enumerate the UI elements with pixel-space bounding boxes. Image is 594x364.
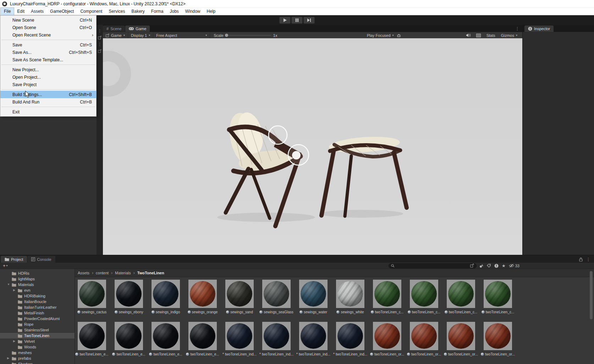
file-menu-item[interactable]: Save As... Ctrl+Shift+S › (0, 49, 96, 56)
tree-item[interactable]: Woods (0, 344, 75, 350)
menu-bar-item[interactable]: Assets (28, 8, 47, 15)
menu-bar-item[interactable]: Jobs (167, 8, 182, 15)
kebab-menu-icon[interactable]: ⋮ (98, 29, 102, 33)
breadcrumb-item[interactable]: Materials (115, 270, 137, 275)
grid-scrollbar-thumb[interactable] (590, 271, 593, 319)
stats-button[interactable]: Stats (484, 32, 498, 39)
step-button[interactable] (303, 17, 315, 24)
tree-item[interactable]: lightMaps (0, 276, 75, 282)
asset-tile[interactable]: * twoToneLinen_c... (373, 280, 401, 314)
asset-tile[interactable]: * twoToneLinen_e... (152, 322, 180, 356)
asset-tile[interactable]: * sewings_orange (188, 280, 217, 314)
tree-item[interactable]: HDRis (0, 270, 75, 276)
kebab-menu-icon[interactable]: ⋮ (512, 26, 522, 32)
log-importance-icon[interactable] (494, 264, 499, 268)
menu-bar-item[interactable]: Component (77, 8, 105, 15)
expand-triangle-icon[interactable] (7, 282, 12, 287)
asset-tile[interactable]: * twoToneLinen_ind... (225, 322, 254, 356)
asset-tile[interactable]: * sewings_seaGlass (262, 280, 291, 314)
game-target-dropdown[interactable]: Game ▾ (103, 32, 128, 39)
grid-scrollbar[interactable] (590, 270, 593, 363)
tree-item[interactable]: PowderCoatedAlumi (0, 316, 75, 321)
search-input[interactable] (396, 264, 469, 268)
breadcrumb-item[interactable]: content (96, 270, 115, 275)
frame-debugger-bug-icon[interactable] (397, 33, 401, 38)
lock-icon[interactable] (579, 257, 583, 262)
asset-tile[interactable]: * twoToneLinen_ind... (299, 322, 328, 356)
asset-tile[interactable]: * sewings_cactus (78, 280, 106, 314)
asset-tile[interactable]: * twoToneLinen_or... (410, 322, 438, 356)
create-asset-button[interactable]: +▾ (3, 263, 8, 268)
menu-bar-item[interactable]: Services (105, 8, 128, 15)
file-menu-item[interactable]: New Project... › (0, 66, 96, 73)
tree-item[interactable]: StainlessSteel (0, 327, 75, 333)
breadcrumb-item[interactable]: TwoToneLinen (137, 271, 164, 275)
file-menu-item[interactable]: Save Ctrl+S › (0, 41, 96, 49)
tab-console[interactable]: Console (27, 256, 55, 263)
expand-triangle-icon[interactable] (13, 287, 18, 293)
tree-item[interactable]: Materials (0, 282, 75, 287)
breadcrumb-item[interactable]: Assets (78, 270, 96, 275)
hidden-items-counter[interactable]: 33 (509, 264, 519, 268)
search-in-scene-icon[interactable] (470, 264, 474, 268)
asset-tile[interactable]: * twoToneLinen_or... (484, 322, 512, 356)
mute-audio-button[interactable] (463, 32, 473, 39)
menu-bar-item[interactable]: Bakery (128, 8, 148, 15)
gizmos-dropdown[interactable]: Gizmos ▾ (498, 32, 520, 39)
file-menu-item[interactable]: Exit › (0, 108, 96, 116)
file-menu-item[interactable]: Save As Scene Template... › (0, 56, 96, 63)
play-focused-dropdown[interactable]: Play Focused ▾ (364, 32, 397, 39)
file-menu-item[interactable]: Open Project... › (0, 73, 96, 81)
tree-item[interactable]: evn (0, 287, 75, 293)
file-menu-item[interactable]: › (0, 88, 96, 91)
tree-item[interactable]: TwoToneLinen (0, 333, 75, 338)
asset-tile[interactable]: * twoToneLinen_e... (188, 322, 217, 356)
tree-item[interactable]: Velvet (0, 338, 75, 344)
menu-bar-item[interactable]: GameObject (47, 8, 77, 15)
asset-tile[interactable]: * sewings_sand (225, 280, 254, 314)
asset-tile[interactable]: * sewings_white (336, 280, 364, 314)
tree-item[interactable]: HDRiBaking (0, 293, 75, 299)
kebab-menu-icon[interactable]: ⋮ (586, 256, 590, 263)
tab-project[interactable]: Project (1, 256, 27, 263)
file-menu-item[interactable]: Open Scene Ctrl+O › (0, 24, 96, 31)
play-button[interactable] (279, 17, 291, 24)
menu-bar-item[interactable]: Window (182, 8, 204, 15)
asset-tile[interactable]: * twoToneLinen_ind... (336, 322, 364, 356)
asset-tile[interactable]: * twoToneLinen_or... (373, 322, 401, 356)
asset-tile[interactable]: * twoToneLinen_c... (447, 280, 475, 314)
file-menu-item[interactable]: › (0, 63, 96, 66)
expand-triangle-icon[interactable] (13, 338, 18, 344)
tree-item[interactable]: Shaders (0, 361, 75, 364)
menu-bar-item[interactable]: Forma (148, 8, 167, 15)
float-window-icon[interactable] (98, 36, 101, 39)
float-window-icon[interactable] (98, 49, 101, 53)
file-menu-item[interactable]: Build Settings... Ctrl+Shift+B › (0, 91, 96, 98)
file-menu-item[interactable]: Save Project › (0, 81, 96, 88)
asset-tile[interactable]: * sewings_indigo (152, 280, 180, 314)
kebab-menu-icon[interactable]: ⋮ (98, 43, 102, 46)
favorites-star-icon[interactable]: ★ (502, 264, 506, 268)
tree-item[interactable]: meshes (0, 350, 75, 355)
asset-tile[interactable]: * twoToneLinen_e... (115, 322, 143, 356)
menu-bar-item[interactable]: File (1, 8, 14, 15)
scale-knob[interactable] (225, 34, 228, 37)
asset-tile[interactable]: * twoToneLinen_c... (484, 280, 512, 314)
expand-triangle-icon[interactable] (7, 355, 12, 361)
asset-tile[interactable]: * sewings_ebony (115, 280, 143, 314)
tab-scene[interactable]: # Scene (103, 26, 125, 32)
asset-tile[interactable]: * twoToneLinen_ind... (262, 322, 291, 356)
search-by-label-icon[interactable] (487, 264, 491, 268)
tree-item[interactable]: ItalianBoucle (0, 299, 75, 304)
file-menu-item[interactable]: Open Recent Scene › (0, 31, 96, 39)
tab-game[interactable]: Game (125, 26, 150, 32)
tree-item[interactable]: Rope (0, 321, 75, 327)
asset-tile[interactable]: * twoToneLinen_e... (78, 322, 106, 356)
file-menu-item[interactable]: › (0, 39, 96, 41)
asset-tile[interactable]: * sewings_water (299, 280, 328, 314)
file-menu-item[interactable]: Build And Run Ctrl+B › (0, 98, 96, 106)
asset-tile[interactable]: * twoToneLinen_or... (447, 322, 475, 356)
tree-item[interactable]: ItalianTurinLeather (0, 304, 75, 310)
search-field[interactable] (389, 263, 477, 268)
display-dropdown[interactable]: Display 1 ▾ (128, 32, 153, 39)
